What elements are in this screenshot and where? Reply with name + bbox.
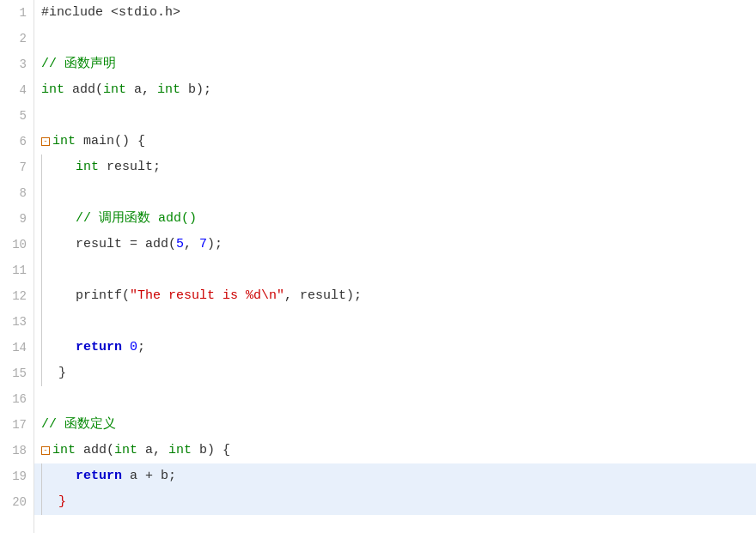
code-line-12: printf( "The result is %d\n" , result); [34,283,756,309]
line-num-5: 5 [7,103,27,129]
code-text-10a: result = add( [76,232,176,257]
code-text-14a [122,335,130,360]
line-num-17: 17 [7,412,27,438]
code-text-10c: ); [207,232,223,257]
code-line-8 [34,180,756,206]
kw-int-1: int [41,77,64,103]
line-numbers: 1 2 3 4 5 6 7 8 9 10 11 12 13 14 15 16 1… [0,0,34,533]
code-line-2 [34,26,756,51]
comment-2: // 调用函数 add() [76,206,197,232]
num-0: 0 [130,335,137,360]
include-directive: #include <stdio.h> [41,0,180,26]
code-line-10: result = add( 5 , 7 ); [34,232,756,257]
line-num-9: 9 [7,206,27,232]
code-line-18: - int add( int a, int b) { [34,438,756,463]
line-num-8: 8 [7,180,27,206]
line-num-1: 1 [7,0,27,26]
code-text-18c: b) { [192,438,230,463]
string-1: "The result is %d\n" [130,283,284,309]
code-line-14: return 0 ; [34,335,756,360]
code-line-4: int add( int a, int b); [34,77,756,103]
code-line-5 [34,103,756,129]
code-text-15: } [58,360,66,386]
code-line-1: #include <stdio.h> [34,0,756,26]
kw-int-add: int [52,438,76,463]
kw-int-result: int [76,154,99,180]
kw-int-2: int [103,77,126,103]
kw-int-a: int [114,438,137,463]
line-num-2: 2 [7,26,27,51]
line-num-12: 12 [7,283,27,309]
code-line-15: } [34,360,756,386]
code-text-12b: , result); [284,283,362,309]
code-line-20: } [34,489,756,515]
code-text-6a: main() { [76,129,145,154]
line-num-10: 10 [7,232,27,257]
line-num-20: 20 [7,489,27,515]
code-line-6: - int main() { [34,129,756,154]
line-num-13: 13 [7,309,27,335]
code-text-4a: add( [64,77,103,103]
fold-main[interactable]: - [41,137,50,146]
code-line-9: // 调用函数 add() [34,206,756,232]
kw-int-3: int [157,77,180,103]
code-line-13 [34,309,756,335]
code-line-7: int result; [34,154,756,180]
code-text-14b: ; [137,335,145,360]
code-text-18a: add( [76,438,114,463]
code-line-11 [34,257,756,283]
num-7: 7 [199,232,207,257]
code-text-4c: b); [180,77,211,103]
line-num-7: 7 [7,154,27,180]
code-line-16 [34,386,756,412]
fold-add[interactable]: - [41,446,50,455]
code-editor: 1 2 3 4 5 6 7 8 9 10 11 12 13 14 15 16 1… [0,0,756,533]
line-num-16: 16 [7,386,27,412]
code-line-19: return a + b; [34,463,756,489]
line-num-11: 11 [7,257,27,283]
line-num-15: 15 [7,360,27,386]
code-text-7a: result; [99,154,161,180]
code-content: #include <stdio.h> // 函数声明 int add( int … [34,0,756,533]
num-5: 5 [176,232,184,257]
kw-int-b: int [168,438,192,463]
code-line-3: // 函数声明 [34,51,756,77]
line-num-4: 4 [7,77,27,103]
kw-int-main: int [52,129,76,154]
code-line-17: // 函数定义 [34,412,756,438]
code-area: 1 2 3 4 5 6 7 8 9 10 11 12 13 14 15 16 1… [0,0,756,533]
code-text-18b: a, [137,438,168,463]
kw-return-1: return [76,335,122,360]
line-num-19: 19 [7,463,27,489]
close-brace-2: } [58,489,66,515]
comment-1: // 函数声明 [41,51,116,77]
line-num-6: 6 [7,129,27,154]
code-text-4b: a, [126,77,157,103]
line-num-3: 3 [7,51,27,77]
line-num-14: 14 [7,335,27,360]
code-text-12a: printf( [76,283,130,309]
kw-return-2: return [76,463,122,489]
comment-3: // 函数定义 [41,412,116,438]
line-num-18: 18 [7,438,27,463]
code-text-19a: a + b; [122,463,176,489]
code-text-10b: , [184,232,199,257]
